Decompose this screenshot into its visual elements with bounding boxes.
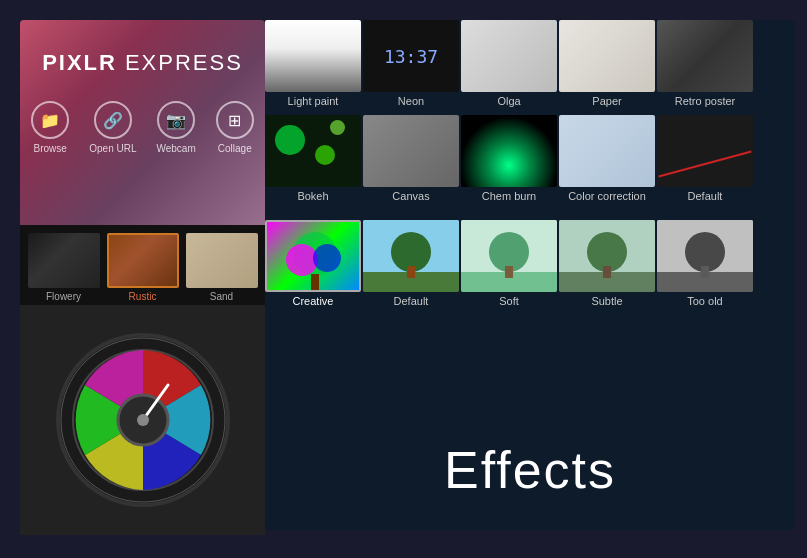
openurl-label: Open URL [89, 143, 136, 154]
filter-colorcorrection[interactable]: Color correction [559, 115, 655, 202]
pixlr-text: PIXLR [42, 50, 117, 76]
bokeh-circle-3 [330, 120, 345, 135]
subtle-tree-svg [559, 220, 655, 292]
filter-thumb-colorcorrection [559, 115, 655, 187]
tooold-tree-svg [657, 220, 753, 292]
bokeh-circle-2 [315, 145, 335, 165]
filter-thumb-subtle [559, 220, 655, 292]
svg-rect-20 [701, 266, 709, 278]
filter-thumb-retroposter [657, 20, 753, 92]
default-line [658, 151, 751, 178]
filter-defaulttree[interactable]: Default [363, 220, 459, 307]
browse-label: Browse [34, 143, 67, 154]
filter-thumb-bokeh [265, 115, 361, 187]
filter-label-retroposter: Retro poster [675, 95, 736, 107]
filter-row-1: Light paint 13:37 Neon Olga Paper Retro … [265, 20, 795, 107]
browse-icon: 📁 [31, 101, 69, 139]
filter-thumb-tooold [657, 220, 753, 292]
svg-point-25 [137, 414, 149, 426]
filter-thumb-defaulttree [363, 220, 459, 292]
creative-tree-svg [267, 222, 361, 292]
filter-default[interactable]: Default [657, 115, 753, 202]
filter-neon[interactable]: 13:37 Neon [363, 20, 459, 107]
filter-label-neon: Neon [398, 95, 424, 107]
filter-label-paper: Paper [592, 95, 621, 107]
pixlr-logo: PIXLR EXPRESS [42, 50, 243, 76]
texture-strip: Flowery Rustic Sand [20, 225, 265, 310]
filter-thumb-soft [461, 220, 557, 292]
texture-rustic[interactable]: Rustic [104, 233, 181, 302]
filter-label-creative: Creative [293, 295, 334, 307]
filter-chemburn[interactable]: Chem burn [461, 115, 557, 202]
filter-row-3: Creative Default Soft [265, 220, 795, 307]
filter-label-subtle: Subtle [591, 295, 622, 307]
filter-thumb-neon: 13:37 [363, 20, 459, 92]
collage-icon-item[interactable]: ⊞ Collage [216, 101, 254, 154]
webcam-icon-item[interactable]: 📷 Webcam [156, 101, 195, 154]
webcam-label: Webcam [156, 143, 195, 154]
filter-thumb-creative [265, 220, 361, 292]
filter-label-canvas: Canvas [392, 190, 429, 202]
texture-thumb-flowery [28, 233, 100, 288]
pixlr-panel: PIXLR EXPRESS 📁 Browse 🔗 Open URL 📷 Webc… [20, 20, 265, 230]
svg-rect-4 [311, 274, 319, 290]
texture-label-sand: Sand [210, 291, 233, 302]
filter-lightpaint[interactable]: Light paint [265, 20, 361, 107]
texture-label-rustic: Rustic [129, 291, 157, 302]
svg-point-3 [313, 244, 341, 272]
svg-rect-16 [603, 266, 611, 278]
filter-thumb-chemburn [461, 115, 557, 187]
effects-title: Effects [444, 440, 616, 500]
svg-rect-12 [505, 266, 513, 278]
filter-olga[interactable]: Olga [461, 20, 557, 107]
svg-rect-8 [407, 266, 415, 278]
collage-icon: ⊞ [216, 101, 254, 139]
filter-retroposter[interactable]: Retro poster [657, 20, 753, 107]
texture-label-flowery: Flowery [46, 291, 81, 302]
filter-canvas[interactable]: Canvas [363, 115, 459, 202]
dial-panel[interactable] [20, 305, 265, 535]
filter-label-soft: Soft [499, 295, 519, 307]
filter-label-colorcorrection: Color correction [568, 190, 646, 202]
filter-label-default: Default [688, 190, 723, 202]
neon-time: 13:37 [384, 46, 438, 67]
filter-row-2: Bokeh Canvas Chem burn Color correction … [265, 115, 795, 202]
openurl-icon-item[interactable]: 🔗 Open URL [89, 101, 136, 154]
filter-label-tooold: Too old [687, 295, 722, 307]
filter-thumb-olga [461, 20, 557, 92]
openurl-icon: 🔗 [94, 101, 132, 139]
texture-sand[interactable]: Sand [183, 233, 260, 302]
filter-label-defaulttree: Default [394, 295, 429, 307]
dial-svg [53, 330, 233, 510]
filter-tooold[interactable]: Too old [657, 220, 753, 307]
filter-bokeh[interactable]: Bokeh [265, 115, 361, 202]
filter-thumb-lightpaint [265, 20, 361, 92]
collage-label: Collage [218, 143, 252, 154]
filter-subtle[interactable]: Subtle [559, 220, 655, 307]
express-text: EXPRESS [125, 50, 243, 76]
filter-label-olga: Olga [497, 95, 520, 107]
filter-label-chemburn: Chem burn [482, 190, 536, 202]
texture-flowery[interactable]: Flowery [25, 233, 102, 302]
default-tree-svg [363, 220, 459, 292]
filter-creative[interactable]: Creative [265, 220, 361, 307]
filter-label-bokeh: Bokeh [297, 190, 328, 202]
filter-thumb-default [657, 115, 753, 187]
pixlr-icons: 📁 Browse 🔗 Open URL 📷 Webcam ⊞ Collage [31, 101, 254, 154]
filter-thumb-canvas [363, 115, 459, 187]
filter-label-lightpaint: Light paint [288, 95, 339, 107]
filter-paper[interactable]: Paper [559, 20, 655, 107]
texture-thumb-rustic [107, 233, 179, 288]
browse-icon-item[interactable]: 📁 Browse [31, 101, 69, 154]
filter-soft[interactable]: Soft [461, 220, 557, 307]
texture-thumb-sand [186, 233, 258, 288]
filter-thumb-paper [559, 20, 655, 92]
soft-tree-svg [461, 220, 557, 292]
bokeh-circle-1 [275, 125, 305, 155]
webcam-icon: 📷 [157, 101, 195, 139]
